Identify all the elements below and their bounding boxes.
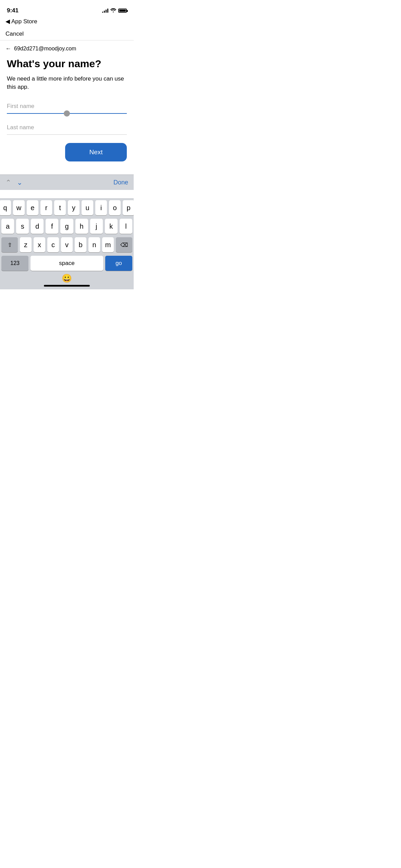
key-v[interactable]: v bbox=[61, 237, 73, 252]
back-arrow-icon[interactable]: ← bbox=[5, 45, 11, 52]
key-h[interactable]: h bbox=[75, 219, 88, 234]
key-g[interactable]: g bbox=[60, 219, 73, 234]
back-email-label: 69d2d271@moodjoy.com bbox=[14, 46, 76, 52]
keyboard-row-2: a s d f g h j k l bbox=[1, 219, 132, 234]
home-indicator bbox=[44, 285, 90, 287]
key-f[interactable]: f bbox=[46, 219, 58, 234]
key-q[interactable]: q bbox=[0, 200, 11, 215]
go-key[interactable]: go bbox=[105, 256, 132, 271]
key-w[interactable]: w bbox=[13, 200, 25, 215]
key-j[interactable]: j bbox=[90, 219, 103, 234]
page-title: What's your name? bbox=[7, 58, 127, 70]
keyboard-nav-icons: ⌃ ⌄ bbox=[5, 178, 23, 186]
key-o[interactable]: o bbox=[109, 200, 121, 215]
next-button-row: Next bbox=[7, 143, 127, 161]
next-button[interactable]: Next bbox=[65, 143, 127, 161]
key-p[interactable]: p bbox=[123, 200, 134, 215]
shift-key[interactable]: ⇧ bbox=[1, 237, 18, 252]
back-chevron-icon: ◀ bbox=[5, 18, 10, 25]
backspace-key[interactable]: ⌫ bbox=[116, 237, 132, 252]
key-t[interactable]: t bbox=[54, 200, 66, 215]
key-s[interactable]: s bbox=[16, 219, 29, 234]
back-to-appstore-button[interactable]: ◀ App Store bbox=[5, 18, 37, 25]
last-name-input[interactable] bbox=[7, 122, 127, 135]
key-i[interactable]: i bbox=[95, 200, 107, 215]
key-l[interactable]: l bbox=[120, 219, 132, 234]
emoji-icon[interactable]: 😀 bbox=[62, 274, 72, 283]
keyboard-up-icon[interactable]: ⌃ bbox=[5, 178, 11, 186]
back-app-store-label: App Store bbox=[11, 18, 37, 25]
key-k[interactable]: k bbox=[105, 219, 118, 234]
main-content: What's your name? We need a little more … bbox=[0, 54, 134, 161]
key-e[interactable]: e bbox=[27, 200, 38, 215]
key-r[interactable]: r bbox=[40, 200, 52, 215]
keyboard-down-icon[interactable]: ⌄ bbox=[17, 178, 23, 186]
keyboard-bottom-row: 123 space go bbox=[1, 256, 132, 271]
key-c[interactable]: c bbox=[47, 237, 59, 252]
status-time: 9:41 bbox=[7, 7, 19, 14]
keyboard: q w e r t y u i o p a s d f g h j k l ⇧ … bbox=[0, 198, 134, 289]
back-row: ← 69d2d271@moodjoy.com bbox=[0, 40, 134, 54]
keyboard-row-1: q w e r t y u i o p bbox=[1, 200, 132, 215]
last-name-group bbox=[7, 122, 127, 135]
numbers-key[interactable]: 123 bbox=[1, 256, 28, 271]
key-x[interactable]: x bbox=[34, 237, 45, 252]
nav-bar: ◀ App Store bbox=[0, 16, 134, 28]
keyboard-row-3: ⇧ z x c v b n m ⌫ bbox=[1, 237, 132, 252]
key-m[interactable]: m bbox=[102, 237, 114, 252]
key-n[interactable]: n bbox=[88, 237, 100, 252]
keyboard-done-button[interactable]: Done bbox=[113, 179, 128, 186]
space-key[interactable]: space bbox=[31, 256, 103, 271]
status-bar: 9:41 bbox=[0, 0, 134, 16]
key-d[interactable]: d bbox=[31, 219, 44, 234]
key-b[interactable]: b bbox=[75, 237, 86, 252]
wifi-icon bbox=[110, 8, 116, 13]
cancel-bar: Cancel bbox=[0, 28, 134, 40]
key-z[interactable]: z bbox=[20, 237, 32, 252]
keyboard-toolbar: ⌃ ⌄ Done bbox=[0, 174, 134, 190]
input-cursor bbox=[64, 110, 70, 117]
key-y[interactable]: y bbox=[68, 200, 80, 215]
signal-icon bbox=[102, 9, 108, 13]
battery-icon bbox=[118, 9, 127, 13]
status-icons bbox=[102, 8, 127, 13]
key-u[interactable]: u bbox=[82, 200, 93, 215]
first-name-group bbox=[7, 101, 127, 114]
cancel-button[interactable]: Cancel bbox=[5, 31, 24, 37]
key-a[interactable]: a bbox=[1, 219, 14, 234]
page-subtitle: We need a little more info before you ca… bbox=[7, 75, 127, 91]
